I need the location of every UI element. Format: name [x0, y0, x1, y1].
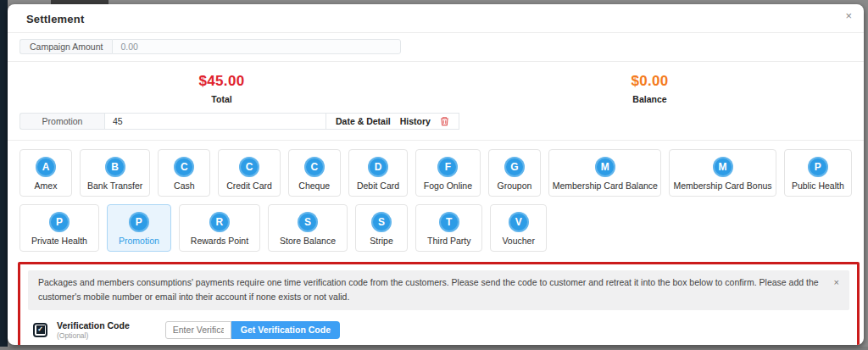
payment-tile-debit-card[interactable]: DDebit Card — [348, 149, 408, 197]
page-backdrop-bottom — [0, 347, 868, 350]
total-amount: $45.00 — [8, 73, 436, 90]
payment-tile-label: Groupon — [497, 181, 531, 191]
payment-tile-label: Third Party — [427, 236, 470, 246]
payment-tile-private-health[interactable]: PPrivate Health — [19, 204, 99, 252]
payment-letter-icon: A — [36, 157, 56, 177]
get-verification-code-button[interactable]: Get Verification Code — [231, 321, 340, 339]
verification-alert-text: Packages and members consumptions' payme… — [38, 275, 826, 304]
verification-controls: ✓ Verification Code (Optional) Get Verif… — [28, 320, 849, 340]
payment-letter-icon: R — [209, 212, 230, 232]
payment-letter-icon: S — [371, 212, 392, 232]
payment-letter-icon: P — [49, 212, 70, 232]
payment-letter-icon: C — [304, 157, 325, 177]
payment-tile-promotion[interactable]: PPromotion — [107, 204, 171, 252]
campaign-amount-row: Campaign Amount — [8, 33, 864, 62]
verification-code-label: Verification Code — [57, 320, 130, 331]
payment-tile-amex[interactable]: AAmex — [19, 149, 72, 197]
payment-tile-public-health[interactable]: PPublic Health — [784, 149, 852, 197]
close-icon[interactable]: × — [845, 10, 852, 21]
payment-letter-icon: C — [239, 157, 259, 177]
payment-tile-label: Cheque — [298, 181, 330, 191]
payment-tile-membership-card-balance[interactable]: MMembership Card Balance — [548, 149, 661, 197]
payment-tile-label: Membership Card Bonus — [673, 181, 771, 191]
verification-section: Packages and members consumptions' payme… — [18, 262, 860, 345]
payment-tile-fogo-online[interactable]: FFogo Online — [415, 149, 480, 197]
page-backdrop-left — [0, 0, 8, 350]
payment-tile-cheque[interactable]: CCheque — [288, 149, 341, 197]
payment-letter-icon: D — [368, 157, 388, 177]
promotion-label: Promotion — [19, 113, 104, 130]
payment-methods-grid: AAmexBBank TransferCCashCCredit CardCChe… — [8, 141, 864, 260]
payment-tile-cash[interactable]: CCash — [158, 149, 210, 197]
date-detail-link[interactable]: Date & Detail — [336, 116, 391, 126]
payment-letter-icon: S — [298, 212, 318, 232]
total-column: $45.00 Total — [8, 73, 436, 104]
payment-letter-icon: P — [808, 157, 828, 177]
payment-tile-label: Fogo Online — [424, 181, 472, 191]
payment-letter-icon: F — [437, 157, 458, 177]
verification-optional-label: (Optional) — [57, 331, 130, 340]
payment-tile-rewards-point[interactable]: RRewards Point — [179, 204, 260, 252]
payment-tile-label: Bank Transfer — [87, 181, 142, 191]
promotion-detail-cell: Date & Detail History — [326, 113, 459, 130]
payment-tile-stripe[interactable]: SStripe — [355, 204, 408, 252]
payment-tile-label: Promotion — [119, 236, 159, 246]
payment-letter-icon: B — [105, 157, 125, 177]
payment-letter-icon: C — [174, 157, 194, 177]
payment-tile-label: Public Health — [792, 181, 844, 191]
payment-methods-row-2: PPrivate HealthPPromotionRRewards PointS… — [19, 204, 852, 252]
totals-section: $45.00 Total $0.00 Balance — [8, 62, 864, 109]
verification-label-block: Verification Code (Optional) — [57, 320, 130, 340]
promotion-row: Promotion Date & Detail History — [8, 109, 864, 140]
promotion-amount-input[interactable] — [104, 113, 326, 130]
alert-close-icon[interactable]: × — [834, 277, 839, 287]
checkmark-icon: ✓ — [36, 325, 45, 334]
payment-tile-label: Debit Card — [357, 181, 399, 191]
campaign-amount-input[interactable] — [112, 39, 401, 54]
payment-tile-store-balance[interactable]: SStore Balance — [268, 204, 348, 252]
payment-methods-row-1: AAmexBBank TransferCCashCCredit CardCChe… — [19, 149, 852, 197]
balance-amount: $0.00 — [436, 73, 864, 90]
payment-letter-icon: G — [504, 157, 525, 177]
payment-letter-icon: V — [509, 212, 529, 232]
payment-tile-membership-card-bonus[interactable]: MMembership Card Bonus — [669, 149, 776, 197]
total-label: Total — [8, 94, 436, 104]
balance-label: Balance — [436, 94, 864, 104]
campaign-amount-label: Campaign Amount — [19, 39, 112, 54]
payment-tile-label: Membership Card Balance — [553, 181, 658, 191]
payment-tile-label: Private Health — [31, 236, 87, 246]
payment-letter-icon: M — [713, 157, 733, 177]
payment-tile-credit-card[interactable]: CCredit Card — [218, 149, 280, 197]
verification-code-input[interactable] — [165, 321, 231, 339]
verification-alert: Packages and members consumptions' payme… — [28, 270, 849, 310]
payment-tile-label: Store Balance — [280, 236, 336, 246]
balance-column: $0.00 Balance — [436, 73, 864, 104]
payment-tile-label: Stripe — [370, 236, 392, 246]
payment-tile-third-party[interactable]: TThird Party — [415, 204, 482, 252]
history-link[interactable]: History — [400, 116, 431, 126]
payment-tile-label: Cash — [174, 181, 195, 191]
payment-letter-icon: P — [129, 212, 149, 232]
modal-title: Settlement — [26, 13, 84, 25]
payment-tile-groupon[interactable]: GGroupon — [488, 149, 542, 197]
payment-tile-label: Credit Card — [226, 181, 272, 191]
settlement-modal: Settlement × Campaign Amount $45.00 Tota… — [8, 4, 864, 345]
payment-letter-icon: M — [595, 157, 615, 177]
verification-checkbox[interactable]: ✓ — [33, 323, 47, 337]
payment-letter-icon: T — [439, 212, 459, 232]
payment-tile-bank-transfer[interactable]: BBank Transfer — [80, 149, 150, 197]
payment-tile-label: Amex — [35, 181, 58, 191]
payment-tile-label: Rewards Point — [191, 236, 248, 246]
modal-header: Settlement × — [8, 4, 864, 33]
trash-icon[interactable] — [440, 116, 449, 126]
payment-tile-voucher[interactable]: VVoucher — [490, 204, 547, 252]
payment-tile-label: Voucher — [502, 236, 535, 246]
